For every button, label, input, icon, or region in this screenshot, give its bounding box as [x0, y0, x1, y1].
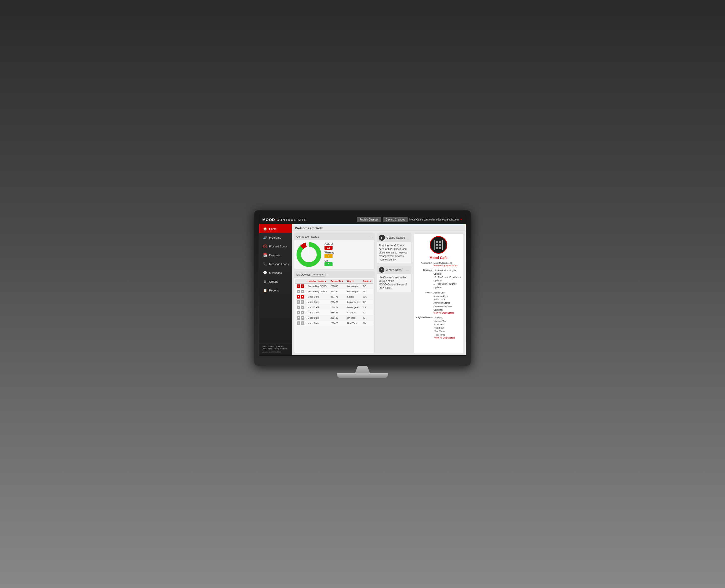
- user-item: Carl Hart: [434, 308, 454, 312]
- discard-button[interactable]: Discard Changes: [383, 217, 408, 222]
- device-state: DC: [361, 289, 373, 294]
- device-status-icon: ✖: [297, 321, 300, 325]
- device-icons-cell: ✖✖: [295, 289, 306, 294]
- device-status-icon: ✖: [297, 295, 300, 298]
- device-location: Avalon Bay DEMO: [306, 284, 329, 289]
- user-item: Cameron McCrary: [434, 305, 454, 308]
- brand-logo-area: [416, 236, 461, 254]
- user-guide-link[interactable]: User Guide: [262, 348, 272, 350]
- regional-link[interactable]: View All User Details: [435, 337, 455, 339]
- devices-card: My Devices Columns ▾ ···: [294, 271, 375, 353]
- sidebar-item-groups[interactable]: ⊞ Groups: [259, 277, 292, 286]
- programs-icon: 🔊: [263, 236, 267, 239]
- col-city[interactable]: City ▼: [346, 279, 361, 284]
- device-state: IL: [361, 315, 373, 321]
- device-location: Mood Café: [306, 299, 329, 305]
- svg-rect-9: [436, 247, 438, 249]
- sidebar-item-reports[interactable]: 📋 Reports: [259, 286, 292, 295]
- device-icons-cell: ✖✖: [295, 284, 306, 289]
- device-city: New York: [346, 321, 361, 326]
- getting-started-menu[interactable]: ···: [406, 236, 409, 239]
- device-id: 238428: [329, 299, 346, 305]
- table-row[interactable]: ✖✖ Avalon Bay DEMO 227095 Washington DC: [295, 284, 373, 289]
- about-link[interactable]: About: [262, 345, 267, 348]
- devices-table: Location Name ▲ Device ID ▼ City ▼ State…: [295, 279, 373, 326]
- play-button[interactable]: ▶: [379, 235, 385, 240]
- device-status-icon: ✖: [301, 321, 304, 325]
- user-dropdown-arrow[interactable]: ▼: [460, 218, 463, 221]
- regional-user-item: Test Three: [435, 333, 455, 337]
- device-city: Chicago: [346, 315, 361, 321]
- sidebar-item-programs[interactable]: 🔊 Programs: [259, 233, 292, 242]
- device-status-icon: ✖: [301, 316, 304, 320]
- device-id: 352244: [329, 289, 346, 294]
- col-icons: [295, 279, 306, 284]
- user-item: Adrianne Pryor: [434, 295, 454, 298]
- sidebar-item-blocked-songs[interactable]: 🚫 Blocked Songs: [259, 242, 292, 251]
- user-item: ANITA BENNER: [434, 301, 454, 305]
- device-location: Mood Café: [306, 305, 329, 310]
- devices-menu[interactable]: ···: [327, 273, 330, 277]
- connection-status-menu[interactable]: ···: [369, 235, 372, 239]
- sidebar: 🏠 Home 🔊 Programs 🚫 Blocked Songs 📅 Dayp…: [259, 224, 292, 355]
- billing-link[interactable]: Have Billing Questions?: [434, 264, 458, 267]
- device-status-icon: ✖: [297, 316, 300, 320]
- device-location: Mood Café: [306, 310, 329, 315]
- whats-new-card: ✦ What's New? ··· Here's what's new in t…: [377, 266, 411, 292]
- terms-link[interactable]: Terms: [277, 345, 283, 348]
- table-row[interactable]: ✖✖ Mood Café 238429 Los Angeles CA: [295, 305, 373, 310]
- col-state[interactable]: State ▼: [361, 279, 373, 284]
- device-state: NY: [361, 321, 373, 326]
- ok-badge: OK 0: [325, 259, 335, 266]
- groups-icon: ⊞: [263, 280, 267, 284]
- device-location: Avalon Bay DEMO: [306, 289, 329, 294]
- brand-name: Mood Cafe: [416, 256, 461, 260]
- whats-new-header: ✦ What's New? ···: [377, 266, 411, 274]
- device-city: Los Angeles: [346, 299, 361, 305]
- sidebar-item-messages[interactable]: 💬 Messages: [259, 268, 292, 277]
- device-location: Mood Café: [306, 315, 329, 321]
- table-row[interactable]: ✖✖ Avalon Bay DEMO 352244 Washington DC: [295, 289, 373, 294]
- users-link[interactable]: View All User Details: [434, 312, 454, 314]
- tutorials-link[interactable]: Tutorials: [279, 348, 287, 350]
- user-info: Mood Cafe / controldemo@moodmedia.com ▼: [409, 218, 463, 221]
- table-row[interactable]: ✖✖ Mood Café 238432 Chicago IL: [295, 315, 373, 321]
- device-status-icon: ✖: [297, 311, 300, 314]
- svg-rect-6: [439, 241, 441, 243]
- device-icons-cell: ✖✖: [295, 321, 306, 326]
- device-id: 227095: [329, 284, 346, 289]
- sidebar-item-home[interactable]: 🏠 Home: [259, 224, 292, 233]
- device-icons-cell: ✖✖: [295, 305, 306, 310]
- whats-new-menu[interactable]: ···: [406, 268, 409, 272]
- contact-link[interactable]: Contact: [269, 345, 276, 348]
- col-deviceid[interactable]: Device ID ▼: [329, 279, 346, 284]
- connection-donut-chart: [296, 242, 322, 267]
- warning-badge: Warning 0: [325, 251, 335, 258]
- device-status-icon: ✖: [301, 295, 304, 298]
- account-value: MoodMyStudio123: [434, 262, 458, 264]
- col-location[interactable]: Location Name ▲: [306, 279, 329, 284]
- device-state: CA: [361, 305, 373, 310]
- regional-user-item: Kristi Test: [435, 323, 455, 327]
- table-row[interactable]: ✖✖ Mood Café 238428 Los Angeles CA: [295, 299, 373, 305]
- sidebar-item-dayparts[interactable]: 📅 Dayparts: [259, 251, 292, 259]
- columns-button[interactable]: Columns ▾: [311, 273, 326, 277]
- device-status-icon: ✖: [301, 300, 304, 304]
- status-badges: Critical 12 Warning 0: [325, 243, 335, 266]
- faq-link[interactable]: FAQ: [274, 348, 278, 350]
- table-row[interactable]: ✖✖ Mood Café 238425 New York NY: [295, 321, 373, 326]
- table-row[interactable]: ✖✖ Mood Café 238426 Chicago IL: [295, 310, 373, 315]
- device-id: 238426: [329, 310, 346, 315]
- connection-status-card: Connection Status ···: [294, 233, 375, 269]
- device-city: Los Angeles: [346, 305, 361, 310]
- device-city: Washington: [346, 284, 361, 289]
- table-row[interactable]: ✖✖ Mood Cafe 337773 Seattle WA: [295, 294, 373, 299]
- sidebar-item-message-loops[interactable]: 📞 Message Loops: [259, 259, 292, 268]
- device-icons-cell: ✖✖: [295, 310, 306, 315]
- device-status-icon: ✖: [297, 300, 300, 304]
- publish-button[interactable]: Publish Changes: [357, 217, 381, 222]
- svg-rect-4: [435, 240, 442, 250]
- blocked-songs-icon: 🚫: [263, 245, 267, 248]
- connection-status-header: Connection Status ···: [294, 234, 374, 240]
- regional-user-item: Jil Demo: [435, 316, 455, 320]
